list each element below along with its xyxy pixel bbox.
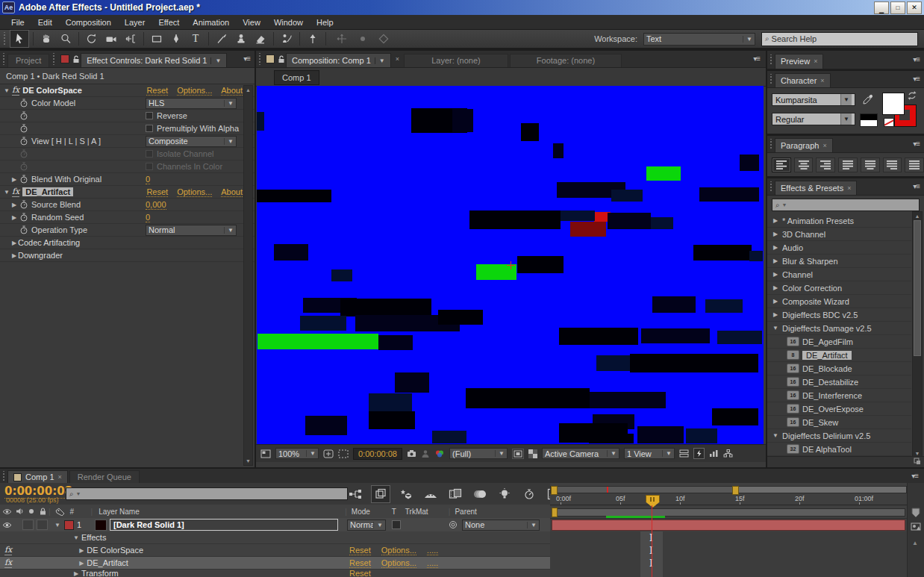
toggle-mask-icon[interactable] <box>679 449 689 458</box>
eye-column-icon[interactable] <box>0 508 13 515</box>
clone-stamp-tool[interactable] <box>232 31 250 47</box>
row-link-[interactable]: ..... <box>427 546 438 555</box>
effects-presets-item[interactable]: 16DE_Destabilize <box>767 375 911 389</box>
menu-layer[interactable]: Layer <box>118 15 152 30</box>
stopwatch-icon[interactable] <box>18 200 30 209</box>
zoom-tool[interactable] <box>57 31 75 47</box>
timeline-row-de_artifact[interactable]: fx▶DE_ArtifactResetOptions........ <box>0 557 550 570</box>
row-link-options[interactable]: Options... <box>381 558 416 568</box>
tab-layer[interactable]: Layer: (none) <box>404 54 508 67</box>
menu-help[interactable]: Help <box>310 15 340 30</box>
effect-header-row[interactable]: ▼fxDE_ArtifactResetOptions...About <box>0 186 255 199</box>
camera-tool[interactable] <box>102 31 120 47</box>
justify-last-center-button[interactable] <box>861 157 880 172</box>
close-button[interactable]: ✕ <box>907 1 922 14</box>
twirl-icon[interactable]: ▶ <box>78 547 85 554</box>
row-link-options[interactable]: Options... <box>381 546 416 555</box>
timeline-row-effects[interactable]: ▼Effects <box>0 531 550 544</box>
effects-search-box[interactable]: ⌕ ▼ <box>772 199 920 211</box>
column-mode[interactable]: Mode <box>352 508 392 516</box>
search-help-box[interactable]: ⌕ Search Help <box>761 32 918 46</box>
panel-menu-icon[interactable]: ▾≡ <box>753 54 760 63</box>
row-link-reset[interactable]: Reset <box>349 546 371 555</box>
layer-duration-bar[interactable] <box>552 520 905 531</box>
panel-menu-icon[interactable]: ▾≡ <box>913 140 920 148</box>
navigator-handle-left[interactable] <box>551 486 558 495</box>
effects-presets-item[interactable]: ▶Color Correction <box>767 281 911 295</box>
effect-link-options[interactable]: Options... <box>177 187 212 197</box>
timeline-row-label[interactable]: Transform <box>81 570 119 577</box>
shy-icon[interactable] <box>422 486 440 502</box>
magnification-dropdown[interactable]: 100%▼ <box>275 448 319 459</box>
panel-menu-icon[interactable]: ▾≡ <box>913 55 920 63</box>
tab-effect-controls[interactable]: Effect Controls: Dark Red Solid 1 ▼ <box>81 53 227 67</box>
font-family-dropdown[interactable]: Kumparsita▼ <box>772 93 855 106</box>
menu-composition[interactable]: Composition <box>59 15 118 30</box>
tab-composition[interactable]: Composition: Comp 1 ▼ <box>286 53 391 67</box>
param-dropdown[interactable]: Normal▼ <box>146 225 237 236</box>
fx-badge-icon[interactable]: fx <box>4 545 12 555</box>
viewer-timecode[interactable]: 0:00:00:08 <box>353 448 402 460</box>
time-ruler[interactable]: 0:00f05f10f15f20f01:00f <box>550 495 907 505</box>
row-link-[interactable]: ..... <box>427 558 438 568</box>
panel-menu-icon[interactable]: ▾≡ <box>913 182 920 190</box>
audio-column-icon[interactable] <box>13 508 25 515</box>
effect-name[interactable]: DE ColorSpace <box>22 86 81 95</box>
effects-presets-item[interactable]: ▶Audio <box>767 241 911 255</box>
histogram-icon[interactable] <box>709 449 719 458</box>
brainstorm-icon[interactable] <box>496 486 513 502</box>
tab-close-icon[interactable]: × <box>396 55 399 63</box>
layer-mode-dropdown[interactable]: Normal▼ <box>347 520 386 531</box>
tab-preview[interactable]: Preview× <box>775 54 823 69</box>
fx-badge-icon[interactable]: fx <box>4 558 12 568</box>
roto-brush-tool[interactable] <box>278 31 296 47</box>
draft-3d-icon[interactable] <box>371 485 390 503</box>
layer-twirl-icon[interactable]: ▼ <box>54 522 61 528</box>
stopwatch-icon[interactable] <box>18 175 30 184</box>
twirl-icon[interactable]: ▼ <box>72 534 80 541</box>
comp-subtab[interactable]: Comp 1 <box>274 70 319 85</box>
param-checkbox[interactable] <box>146 125 153 132</box>
twirl-icon[interactable]: ▶ <box>78 560 85 567</box>
effect-controls-scrollbar[interactable]: ▲ ▼ <box>243 85 253 466</box>
layer-color-swatch[interactable] <box>60 54 69 63</box>
show-channels-icon[interactable] <box>434 449 445 458</box>
stopwatch-icon[interactable] <box>18 162 30 171</box>
tab-effects-presets[interactable]: Effects & Presets× <box>775 181 857 195</box>
lock-column-icon[interactable] <box>37 508 49 515</box>
always-preview-icon[interactable] <box>260 449 271 458</box>
puppet-pin-tool[interactable] <box>304 31 322 47</box>
time-navigator[interactable] <box>550 486 907 493</box>
effect-name[interactable]: DE_Artifact <box>22 187 73 196</box>
align-left-button[interactable] <box>772 157 791 172</box>
effects-presets-item[interactable]: 16DE_Interference <box>767 389 911 402</box>
twirl-closed-icon[interactable]: ▶ <box>10 214 18 221</box>
effects-presets-item[interactable]: ▼Digieffects Delirium v2.5 <box>767 429 911 443</box>
param-value[interactable]: 0,000 <box>146 200 166 210</box>
effect-link-options[interactable]: Options... <box>177 86 212 96</box>
menu-file[interactable]: File <box>4 15 31 30</box>
param-value[interactable]: 0 <box>146 175 150 184</box>
justify-last-left-button[interactable] <box>838 157 858 172</box>
composition-canvas[interactable] <box>257 86 764 444</box>
effects-presets-item[interactable]: ▶Digieffects BDC v2.5 <box>767 308 911 322</box>
comp-color-swatch[interactable] <box>266 54 275 63</box>
menu-animation[interactable]: Animation <box>186 15 236 30</box>
effect-link-about[interactable]: About <box>221 187 243 197</box>
twirl-icon[interactable]: ▶ <box>72 570 80 577</box>
auto-keyframe-icon[interactable] <box>520 486 538 502</box>
hand-tool[interactable] <box>37 31 55 47</box>
resolution-dropdown[interactable]: (Full)▼ <box>449 448 508 459</box>
twirl-closed-icon[interactable]: ▶ <box>10 202 18 208</box>
motion-blur-icon[interactable] <box>471 486 489 502</box>
region-of-interest-icon[interactable] <box>338 449 349 458</box>
param-dropdown[interactable]: HLS▼ <box>146 98 237 109</box>
justify-last-right-button[interactable] <box>883 157 902 172</box>
align-right-button[interactable] <box>816 157 835 172</box>
param-checkbox[interactable] <box>146 112 153 119</box>
mini-flowchart-icon[interactable] <box>346 486 364 502</box>
effects-presets-item[interactable]: 16DE_AgedFilm <box>767 335 911 349</box>
panel-menu-icon[interactable]: ▾≡ <box>913 75 920 83</box>
exposure-icon[interactable] <box>693 448 705 459</box>
stopwatch-icon[interactable] <box>18 149 30 158</box>
